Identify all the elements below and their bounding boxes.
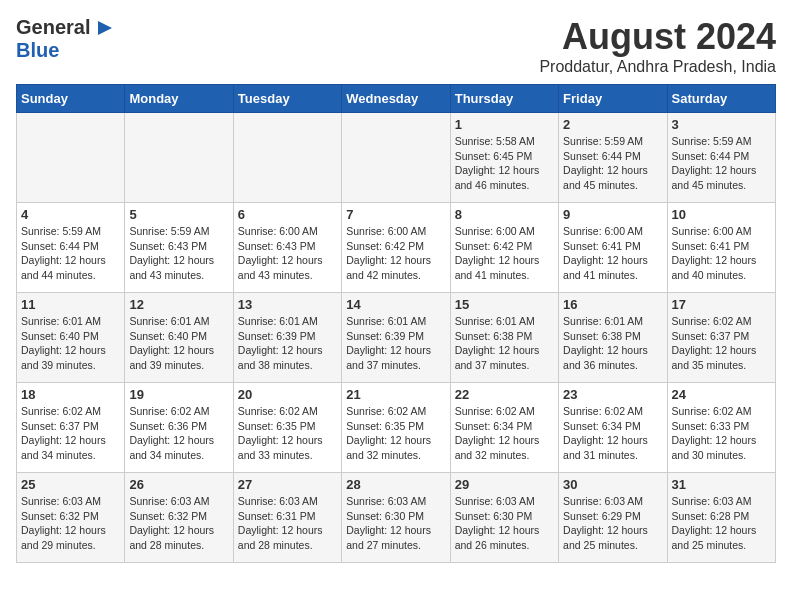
day-cell: 26Sunrise: 6:03 AM Sunset: 6:32 PM Dayli… xyxy=(125,473,233,563)
day-cell xyxy=(17,113,125,203)
day-detail: Sunrise: 6:02 AM Sunset: 6:35 PM Dayligh… xyxy=(238,404,337,463)
day-header-saturday: Saturday xyxy=(667,85,775,113)
day-detail: Sunrise: 6:02 AM Sunset: 6:34 PM Dayligh… xyxy=(563,404,662,463)
day-number: 1 xyxy=(455,117,554,132)
day-cell: 4Sunrise: 5:59 AM Sunset: 6:44 PM Daylig… xyxy=(17,203,125,293)
day-cell: 2Sunrise: 5:59 AM Sunset: 6:44 PM Daylig… xyxy=(559,113,667,203)
calendar-table: SundayMondayTuesdayWednesdayThursdayFrid… xyxy=(16,84,776,563)
day-cell: 22Sunrise: 6:02 AM Sunset: 6:34 PM Dayli… xyxy=(450,383,558,473)
day-header-tuesday: Tuesday xyxy=(233,85,341,113)
day-number: 8 xyxy=(455,207,554,222)
day-number: 30 xyxy=(563,477,662,492)
day-detail: Sunrise: 6:03 AM Sunset: 6:32 PM Dayligh… xyxy=(129,494,228,553)
day-cell: 25Sunrise: 6:03 AM Sunset: 6:32 PM Dayli… xyxy=(17,473,125,563)
day-detail: Sunrise: 6:02 AM Sunset: 6:37 PM Dayligh… xyxy=(21,404,120,463)
day-detail: Sunrise: 5:59 AM Sunset: 6:44 PM Dayligh… xyxy=(563,134,662,193)
day-number: 20 xyxy=(238,387,337,402)
day-detail: Sunrise: 6:02 AM Sunset: 6:33 PM Dayligh… xyxy=(672,404,771,463)
day-number: 9 xyxy=(563,207,662,222)
day-number: 2 xyxy=(563,117,662,132)
day-cell: 9Sunrise: 6:00 AM Sunset: 6:41 PM Daylig… xyxy=(559,203,667,293)
day-cell: 16Sunrise: 6:01 AM Sunset: 6:38 PM Dayli… xyxy=(559,293,667,383)
day-header-wednesday: Wednesday xyxy=(342,85,450,113)
week-row-1: 1Sunrise: 5:58 AM Sunset: 6:45 PM Daylig… xyxy=(17,113,776,203)
main-title: August 2024 xyxy=(539,16,776,58)
day-cell: 19Sunrise: 6:02 AM Sunset: 6:36 PM Dayli… xyxy=(125,383,233,473)
day-cell: 23Sunrise: 6:02 AM Sunset: 6:34 PM Dayli… xyxy=(559,383,667,473)
day-cell: 24Sunrise: 6:02 AM Sunset: 6:33 PM Dayli… xyxy=(667,383,775,473)
day-number: 4 xyxy=(21,207,120,222)
day-number: 15 xyxy=(455,297,554,312)
day-detail: Sunrise: 6:03 AM Sunset: 6:30 PM Dayligh… xyxy=(455,494,554,553)
subtitle: Proddatur, Andhra Pradesh, India xyxy=(539,58,776,76)
day-detail: Sunrise: 6:00 AM Sunset: 6:42 PM Dayligh… xyxy=(346,224,445,283)
day-cell: 31Sunrise: 6:03 AM Sunset: 6:28 PM Dayli… xyxy=(667,473,775,563)
day-number: 16 xyxy=(563,297,662,312)
day-header-sunday: Sunday xyxy=(17,85,125,113)
day-cell: 14Sunrise: 6:01 AM Sunset: 6:39 PM Dayli… xyxy=(342,293,450,383)
day-number: 28 xyxy=(346,477,445,492)
day-detail: Sunrise: 6:01 AM Sunset: 6:39 PM Dayligh… xyxy=(346,314,445,373)
day-detail: Sunrise: 6:01 AM Sunset: 6:40 PM Dayligh… xyxy=(21,314,120,373)
day-detail: Sunrise: 6:03 AM Sunset: 6:30 PM Dayligh… xyxy=(346,494,445,553)
day-number: 27 xyxy=(238,477,337,492)
day-detail: Sunrise: 6:02 AM Sunset: 6:35 PM Dayligh… xyxy=(346,404,445,463)
day-cell: 7Sunrise: 6:00 AM Sunset: 6:42 PM Daylig… xyxy=(342,203,450,293)
day-cell: 1Sunrise: 5:58 AM Sunset: 6:45 PM Daylig… xyxy=(450,113,558,203)
calendar-header-row: SundayMondayTuesdayWednesdayThursdayFrid… xyxy=(17,85,776,113)
day-detail: Sunrise: 6:01 AM Sunset: 6:40 PM Dayligh… xyxy=(129,314,228,373)
week-row-4: 18Sunrise: 6:02 AM Sunset: 6:37 PM Dayli… xyxy=(17,383,776,473)
logo-icon xyxy=(94,17,116,39)
day-number: 24 xyxy=(672,387,771,402)
day-number: 11 xyxy=(21,297,120,312)
day-detail: Sunrise: 6:01 AM Sunset: 6:38 PM Dayligh… xyxy=(563,314,662,373)
day-cell: 6Sunrise: 6:00 AM Sunset: 6:43 PM Daylig… xyxy=(233,203,341,293)
day-cell: 27Sunrise: 6:03 AM Sunset: 6:31 PM Dayli… xyxy=(233,473,341,563)
day-detail: Sunrise: 6:03 AM Sunset: 6:28 PM Dayligh… xyxy=(672,494,771,553)
logo-blue-text: Blue xyxy=(16,39,59,61)
day-header-monday: Monday xyxy=(125,85,233,113)
day-cell: 13Sunrise: 6:01 AM Sunset: 6:39 PM Dayli… xyxy=(233,293,341,383)
day-number: 13 xyxy=(238,297,337,312)
day-detail: Sunrise: 6:00 AM Sunset: 6:43 PM Dayligh… xyxy=(238,224,337,283)
day-number: 7 xyxy=(346,207,445,222)
svg-marker-0 xyxy=(98,21,112,35)
day-cell: 12Sunrise: 6:01 AM Sunset: 6:40 PM Dayli… xyxy=(125,293,233,383)
day-cell xyxy=(125,113,233,203)
day-number: 5 xyxy=(129,207,228,222)
day-number: 23 xyxy=(563,387,662,402)
week-row-3: 11Sunrise: 6:01 AM Sunset: 6:40 PM Dayli… xyxy=(17,293,776,383)
day-cell: 20Sunrise: 6:02 AM Sunset: 6:35 PM Dayli… xyxy=(233,383,341,473)
day-cell: 18Sunrise: 6:02 AM Sunset: 6:37 PM Dayli… xyxy=(17,383,125,473)
calendar-body: 1Sunrise: 5:58 AM Sunset: 6:45 PM Daylig… xyxy=(17,113,776,563)
day-number: 3 xyxy=(672,117,771,132)
day-number: 29 xyxy=(455,477,554,492)
day-cell: 21Sunrise: 6:02 AM Sunset: 6:35 PM Dayli… xyxy=(342,383,450,473)
day-detail: Sunrise: 5:59 AM Sunset: 6:44 PM Dayligh… xyxy=(21,224,120,283)
day-number: 21 xyxy=(346,387,445,402)
day-detail: Sunrise: 6:03 AM Sunset: 6:31 PM Dayligh… xyxy=(238,494,337,553)
day-number: 18 xyxy=(21,387,120,402)
week-row-2: 4Sunrise: 5:59 AM Sunset: 6:44 PM Daylig… xyxy=(17,203,776,293)
day-header-thursday: Thursday xyxy=(450,85,558,113)
page-header: General Blue August 2024 Proddatur, Andh… xyxy=(16,16,776,76)
day-detail: Sunrise: 5:58 AM Sunset: 6:45 PM Dayligh… xyxy=(455,134,554,193)
day-detail: Sunrise: 6:02 AM Sunset: 6:34 PM Dayligh… xyxy=(455,404,554,463)
day-cell: 8Sunrise: 6:00 AM Sunset: 6:42 PM Daylig… xyxy=(450,203,558,293)
day-detail: Sunrise: 6:01 AM Sunset: 6:39 PM Dayligh… xyxy=(238,314,337,373)
day-cell: 5Sunrise: 5:59 AM Sunset: 6:43 PM Daylig… xyxy=(125,203,233,293)
logo: General Blue xyxy=(16,16,116,62)
day-number: 31 xyxy=(672,477,771,492)
day-cell: 3Sunrise: 5:59 AM Sunset: 6:44 PM Daylig… xyxy=(667,113,775,203)
day-detail: Sunrise: 6:03 AM Sunset: 6:29 PM Dayligh… xyxy=(563,494,662,553)
day-detail: Sunrise: 6:02 AM Sunset: 6:37 PM Dayligh… xyxy=(672,314,771,373)
day-detail: Sunrise: 6:03 AM Sunset: 6:32 PM Dayligh… xyxy=(21,494,120,553)
day-cell: 17Sunrise: 6:02 AM Sunset: 6:37 PM Dayli… xyxy=(667,293,775,383)
logo-general-text: General xyxy=(16,16,90,39)
day-header-friday: Friday xyxy=(559,85,667,113)
day-detail: Sunrise: 5:59 AM Sunset: 6:43 PM Dayligh… xyxy=(129,224,228,283)
day-detail: Sunrise: 6:00 AM Sunset: 6:41 PM Dayligh… xyxy=(672,224,771,283)
day-number: 12 xyxy=(129,297,228,312)
day-number: 17 xyxy=(672,297,771,312)
day-number: 19 xyxy=(129,387,228,402)
